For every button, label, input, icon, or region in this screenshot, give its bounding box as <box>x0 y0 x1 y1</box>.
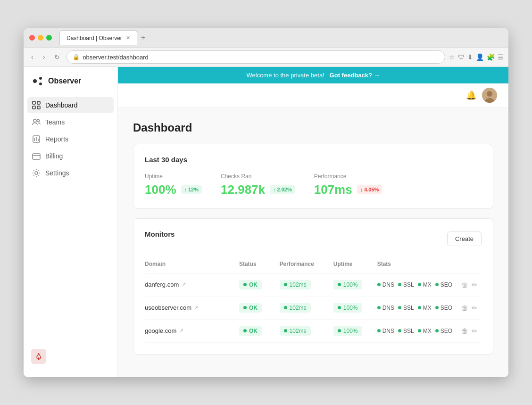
perf-pill: 102ms <box>280 280 311 289</box>
svg-point-0 <box>33 79 37 83</box>
extension-icon[interactable]: 🧩 <box>487 53 495 61</box>
monitors-table: Domain Status Performance Uptime Stats d… <box>145 257 482 343</box>
checks-badge: ↑ 2.02% <box>270 185 295 194</box>
table-row: useobserver.com ↗ OK 102ms 100% DNSSSLMX… <box>145 296 482 319</box>
perf-dot <box>284 306 287 309</box>
uptime-text: 100% <box>343 328 358 334</box>
uptime-label: Uptime <box>145 173 202 180</box>
td-stats-2: DNSSSLMXSEO <box>377 319 462 342</box>
close-button[interactable] <box>29 35 35 41</box>
stats-tag: SSL <box>398 281 414 288</box>
back-button[interactable]: ‹ <box>28 51 36 63</box>
tab-close-button[interactable]: ✕ <box>126 35 130 41</box>
active-tab[interactable]: Dashboard | Observer ✕ <box>59 30 137 45</box>
td-actions-2: 🗑 ✏ <box>461 319 482 342</box>
delete-icon[interactable]: 🗑 <box>461 304 468 312</box>
domain-link[interactable]: useobserver.com ↗ <box>145 304 239 311</box>
url-text: observer.test/dashboard <box>83 54 148 61</box>
external-link-icon[interactable]: ↗ <box>194 305 199 311</box>
sidebar-billing-label: Billing <box>45 152 63 160</box>
stats-tag: MX <box>418 305 432 311</box>
profile-icon[interactable]: 👤 <box>476 53 484 61</box>
sidebar-item-teams[interactable]: Teams <box>27 114 114 130</box>
uptime-text: 100% <box>343 281 358 288</box>
uptime-badge-value: 12% <box>188 187 199 192</box>
domain-link[interactable]: danferg.com ↗ <box>145 281 239 288</box>
tag-label: MX <box>423 281 432 288</box>
perf-text: 102ms <box>290 305 307 311</box>
checks-label: Checks Ran <box>221 173 295 180</box>
th-status: Status <box>239 257 280 273</box>
edit-icon[interactable]: ✏ <box>472 327 477 335</box>
tag-dot <box>418 306 421 309</box>
new-tab-button[interactable]: + <box>139 32 147 44</box>
sidebar-item-dashboard[interactable]: Dashboard <box>27 97 114 113</box>
td-domain-0: danferg.com ↗ <box>145 273 239 296</box>
stats-tag: SEO <box>435 281 452 288</box>
edit-icon[interactable]: ✏ <box>472 281 477 289</box>
td-uptime-1: 100% <box>333 296 377 319</box>
th-actions <box>461 257 482 273</box>
stat-uptime: Uptime 100% ↑ 12% <box>145 173 202 197</box>
stats-tags: DNSSSLMXSEO <box>377 305 462 311</box>
stats-tag: DNS <box>377 305 394 311</box>
svg-rect-13 <box>33 154 40 159</box>
download-icon[interactable]: ⬇ <box>467 53 473 61</box>
edit-icon[interactable]: ✏ <box>472 304 477 312</box>
stats-tag: SEO <box>435 305 452 311</box>
perf-text: 102ms <box>290 281 307 288</box>
app-layout: Observer Dashboard <box>24 67 508 377</box>
sidebar-item-reports[interactable]: Reports <box>27 131 114 147</box>
notifications-icon[interactable]: 🔔 <box>466 90 476 100</box>
sidebar-item-billing[interactable]: Billing <box>27 148 114 164</box>
checks-arrow: ↑ <box>273 187 276 192</box>
forward-button[interactable]: › <box>40 51 48 63</box>
main-content: Welcome to the private beta! Got feedbac… <box>118 67 508 377</box>
create-button[interactable]: Create <box>447 231 482 246</box>
th-domain: Domain <box>145 257 239 273</box>
menu-icon[interactable]: ☰ <box>498 53 504 61</box>
avatar[interactable] <box>482 88 497 103</box>
shield-check-icon[interactable]: 🛡 <box>458 53 465 61</box>
maximize-button[interactable] <box>46 35 52 41</box>
bottom-icon[interactable] <box>31 349 46 364</box>
external-link-icon[interactable]: ↗ <box>182 281 186 288</box>
refresh-button[interactable]: ↻ <box>51 51 63 63</box>
dashboard-icon <box>32 101 41 109</box>
sidebar-bottom <box>24 343 117 370</box>
tab-title: Dashboard | Observer <box>66 35 122 41</box>
external-link-icon[interactable]: ↗ <box>179 328 183 334</box>
tag-label: MX <box>423 305 432 311</box>
uptime-pill: 100% <box>333 326 362 336</box>
title-bar: Dashboard | Observer ✕ + <box>24 28 508 48</box>
stats-tag: DNS <box>377 281 394 288</box>
tag-dot <box>377 283 381 286</box>
minimize-button[interactable] <box>38 35 43 41</box>
monitors-title: Monitors <box>145 230 175 238</box>
tag-label: SEO <box>441 281 452 288</box>
row-actions: 🗑 ✏ <box>461 281 482 289</box>
sidebar-item-settings[interactable]: Settings <box>27 165 114 181</box>
status-text: OK <box>249 281 258 288</box>
tag-label: SEO <box>441 305 452 311</box>
banner-feedback-link[interactable]: Got feedback? → <box>330 72 380 79</box>
stats-period-label: Last 30 days <box>145 156 482 164</box>
domain-link[interactable]: google.com ↗ <box>145 327 239 334</box>
address-bar[interactable]: 🔒 observer.test/dashboard <box>66 50 445 64</box>
stats-row: Uptime 100% ↑ 12% Checks Ran <box>145 173 482 197</box>
bookmark-icon[interactable]: ☆ <box>449 53 455 61</box>
uptime-dot <box>338 283 341 286</box>
delete-icon[interactable]: 🗑 <box>461 327 468 335</box>
status-dot <box>243 283 247 286</box>
tag-dot <box>377 306 381 309</box>
stats-tag: MX <box>418 328 432 334</box>
svg-point-15 <box>35 172 38 174</box>
delete-icon[interactable]: 🗑 <box>461 281 468 289</box>
logo-area: Observer <box>24 74 117 97</box>
svg-point-8 <box>37 119 40 122</box>
monitors-card: Monitors Create Domain Status Performanc… <box>133 218 493 355</box>
stats-tag: SSL <box>398 305 414 311</box>
page-body: Dashboard Last 30 days Uptime 100% ↑ <box>118 108 508 377</box>
status-text: OK <box>249 328 258 334</box>
sidebar-teams-label: Teams <box>45 118 65 126</box>
